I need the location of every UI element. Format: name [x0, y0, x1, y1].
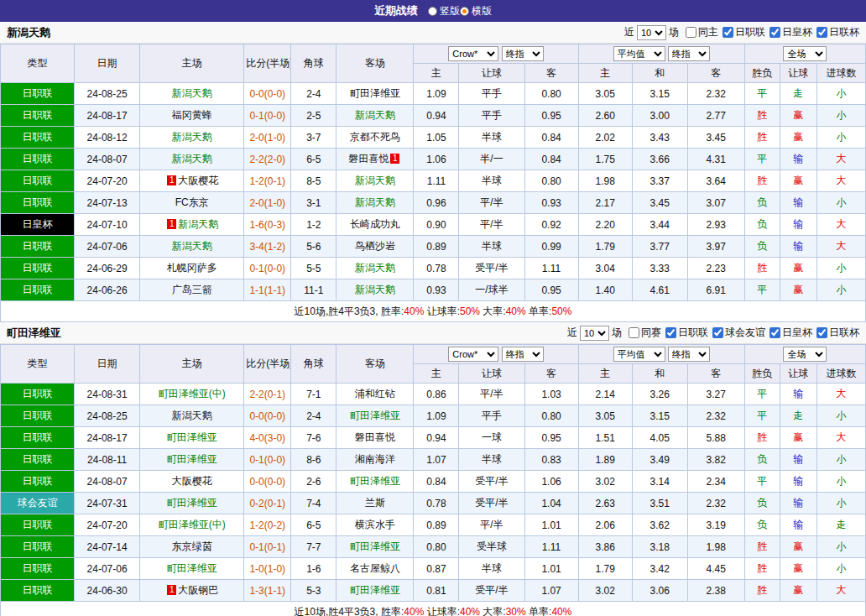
team-link[interactable]: 湘南海洋: [355, 453, 395, 465]
avg-odds-cell: 2.93: [687, 214, 744, 236]
team-link[interactable]: 札幌冈萨多: [167, 262, 217, 274]
odds-time-select[interactable]: 终指: [502, 46, 544, 61]
filter-option[interactable]: 球会友谊: [712, 326, 765, 340]
filter-checkbox[interactable]: [723, 27, 733, 38]
team-link[interactable]: 福冈黄蜂: [172, 109, 212, 121]
team-link[interactable]: 名古屋鲸八: [350, 562, 400, 574]
date-cell: 24-07-20: [75, 514, 140, 536]
team-link[interactable]: 磐田喜悦: [348, 153, 389, 164]
avg-odds-cell: 3.26: [632, 384, 687, 405]
avg-odds-cell: 3.33: [632, 258, 687, 279]
team-link[interactable]: 新潟天鹅: [172, 131, 212, 143]
avg-odds-cell: 1.79: [578, 558, 632, 580]
filter-checkbox[interactable]: [665, 327, 676, 338]
team-link[interactable]: 新潟天鹅: [172, 87, 212, 99]
result-cell: 小: [816, 127, 865, 149]
team-link[interactable]: 新潟天鹅: [355, 109, 395, 121]
filter-checkbox[interactable]: [816, 27, 827, 38]
team-link[interactable]: 町田泽维亚: [167, 453, 217, 465]
avg-odds-cell: 3.02: [578, 471, 632, 493]
team-link[interactable]: 大阪樱花: [172, 475, 212, 487]
home-team-cell: 札幌冈萨多: [140, 258, 244, 279]
team-link[interactable]: 大阪钢巴: [178, 584, 218, 596]
radio-icon[interactable]: [460, 7, 469, 16]
team-link[interactable]: FC东京: [175, 196, 209, 208]
avg-time-select[interactable]: 终指: [668, 46, 710, 61]
team-link[interactable]: 鸟栖沙岩: [355, 240, 395, 252]
team-link[interactable]: 京都不死鸟: [350, 131, 400, 143]
team-link[interactable]: 町田泽维亚: [350, 540, 400, 552]
team-link[interactable]: 町田泽维亚(中): [159, 519, 226, 530]
competition-cell: 球会友谊: [1, 493, 75, 514]
team-link[interactable]: 东京绿茵: [172, 540, 212, 552]
team-link[interactable]: 广岛三箭: [172, 284, 212, 295]
team-link[interactable]: 兰斯: [365, 497, 385, 509]
filter-checkbox[interactable]: [769, 327, 780, 338]
team-link[interactable]: 新潟天鹅: [355, 175, 395, 186]
filter-option[interactable]: 日职联: [723, 25, 765, 39]
team-link[interactable]: 町田泽维亚: [350, 410, 400, 421]
avg-odds-cell: 2.02: [578, 127, 632, 149]
team-link[interactable]: 町田泽维亚: [167, 431, 217, 443]
matches-table: 类型 日期 主场 比分(半场) 角球 客场 Crow* 终指 平均值 终指 全场…: [0, 344, 866, 616]
layout-option-selected[interactable]: 横版: [460, 4, 492, 18]
avg-select[interactable]: 平均值: [613, 347, 665, 362]
filter-checkbox[interactable]: [816, 327, 827, 338]
team-link[interactable]: 町田泽维亚: [167, 562, 217, 574]
filter-checkbox[interactable]: [769, 27, 780, 38]
filter-checkbox[interactable]: [629, 327, 639, 338]
filter-checkbox[interactable]: [686, 27, 696, 38]
team-link[interactable]: 长崎成功丸: [350, 218, 400, 230]
team-link[interactable]: 新潟天鹅: [172, 410, 212, 421]
bookmaker-select[interactable]: Crow*: [448, 347, 498, 362]
recent-count-select[interactable]: 10: [580, 326, 609, 341]
odds-source-header: Crow* 终指: [414, 44, 578, 64]
avg-odds-cell: 3.45: [687, 127, 744, 149]
filter-option[interactable]: 日皇杯: [769, 25, 812, 39]
team-link[interactable]: 新潟天鹅: [355, 262, 395, 274]
team-link[interactable]: 町田泽维亚: [167, 497, 217, 509]
filter-option[interactable]: 日皇杯: [769, 326, 812, 340]
team-link[interactable]: 町田泽维亚: [350, 87, 400, 99]
filter-checkbox[interactable]: [712, 327, 723, 338]
avg-select[interactable]: 平均值: [613, 46, 665, 61]
bookmaker-select[interactable]: Crow*: [448, 46, 498, 61]
team-link[interactable]: 新潟天鹅: [355, 196, 395, 208]
team-link[interactable]: 新潟天鹅: [355, 284, 395, 295]
avg-time-select[interactable]: 终指: [668, 347, 710, 362]
red-card-badge: 1: [167, 175, 176, 185]
handicap-odds-cell: 0.93: [414, 279, 459, 301]
handicap-odds-cell: 0.84: [414, 471, 459, 493]
result-cell: 大: [816, 214, 865, 236]
filter-checkboxes: 同赛日职联球会友谊日皇杯日联杯: [624, 326, 859, 341]
handicap-odds-cell: 0.80: [524, 83, 578, 105]
layout-option-unselected[interactable]: 竖版: [428, 4, 460, 18]
filter-option[interactable]: 同主: [686, 25, 718, 39]
period-select[interactable]: 全场: [783, 46, 827, 61]
team-link[interactable]: 新潟天鹅: [172, 240, 212, 252]
filter-option[interactable]: 日联杯: [816, 326, 859, 340]
result-cell: 赢: [780, 105, 816, 127]
team-link[interactable]: 町田泽维亚: [350, 584, 400, 596]
filter-option[interactable]: 同赛: [629, 326, 661, 340]
odds-time-select[interactable]: 终指: [502, 347, 544, 362]
recent-count-select[interactable]: 10: [637, 25, 666, 40]
team-link[interactable]: 町田泽维亚(中): [159, 388, 226, 399]
corners-cell: 2-6: [291, 471, 336, 493]
radio-icon[interactable]: [428, 7, 437, 16]
corners-cell: 5-5: [291, 258, 336, 279]
handicap-odds-cell: 0.84: [524, 127, 578, 149]
team-link[interactable]: 磐田喜悦: [355, 431, 395, 443]
team-link[interactable]: 横滨水手: [355, 519, 395, 530]
result-cell: 小: [816, 558, 865, 580]
period-select[interactable]: 全场: [783, 347, 827, 362]
filter-option[interactable]: 日职联: [665, 326, 708, 340]
filter-option[interactable]: 日联杯: [816, 25, 859, 39]
summary-row: 近10场,胜4平3负3, 胜率:40% 让球率:40% 大率:30% 单率:40…: [1, 602, 866, 616]
team-link[interactable]: 新潟天鹅: [172, 153, 212, 164]
team-link[interactable]: 新潟天鹅: [178, 218, 218, 230]
team-link[interactable]: 浦和红钻: [355, 388, 395, 399]
team-link[interactable]: 町田泽维亚: [350, 475, 400, 487]
team-link[interactable]: 大阪樱花: [178, 175, 218, 186]
result-cell: 输: [780, 384, 816, 405]
